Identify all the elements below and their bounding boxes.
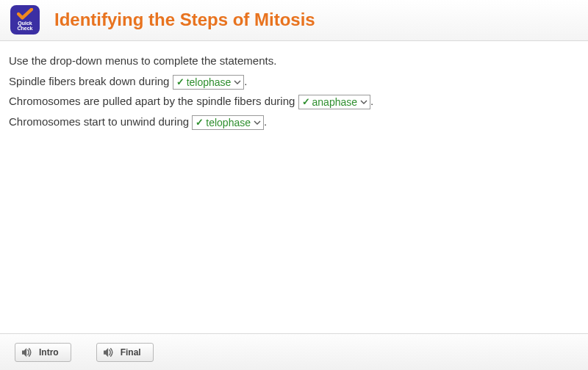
dropdown-value: anaphase — [312, 95, 358, 109]
statement-before: Chromosomes start to unwind during — [9, 115, 192, 128]
check-icon: ✓ — [196, 116, 204, 129]
dropdown-spindle-breakdown[interactable]: ✓ telophase — [173, 75, 245, 90]
statement-before: Spindle fibers break down during — [9, 75, 173, 87]
statement-row: Chromosomes start to unwind during ✓ tel… — [9, 112, 579, 131]
dropdown-value: telophase — [187, 76, 232, 89]
badge-line2: Check — [17, 26, 32, 31]
check-icon: ✓ — [302, 95, 310, 109]
dropdown-value: telophase — [206, 116, 251, 129]
quick-check-badge: Quick Check — [10, 5, 40, 35]
header: Quick Check Identifying the Steps of Mit… — [0, 0, 588, 41]
footer: Intro Final — [0, 333, 588, 370]
check-icon: ✓ — [176, 76, 184, 89]
page-title: Identifying the Steps of Mitosis — [54, 10, 315, 30]
statement-row: Spindle fibers break down during ✓ telop… — [9, 72, 579, 91]
statement-after: . — [264, 115, 267, 128]
statement-after: . — [244, 75, 247, 87]
audio-icon — [103, 347, 115, 358]
statement-before: Chromosomes are pulled apart by the spin… — [9, 95, 298, 107]
statement-row: Chromosomes are pulled apart by the spin… — [9, 92, 579, 111]
audio-icon — [21, 347, 33, 358]
badge-line1: Quick — [17, 21, 32, 26]
chevron-down-icon — [234, 79, 241, 86]
final-button[interactable]: Final — [96, 343, 154, 362]
statement-after: . — [370, 95, 373, 107]
final-button-label: Final — [121, 347, 141, 358]
dropdown-chromosomes-pulled[interactable]: ✓ anaphase — [298, 95, 371, 109]
dropdown-chromosomes-unwind[interactable]: ✓ telophase — [192, 115, 264, 130]
instructions-text: Use the drop-down menus to complete the … — [9, 51, 579, 70]
badge-text: Quick Check — [17, 21, 32, 31]
intro-button-label: Intro — [39, 347, 59, 358]
intro-button[interactable]: Intro — [15, 343, 71, 362]
content-area: Use the drop-down menus to complete the … — [0, 41, 588, 141]
chevron-down-icon — [254, 119, 261, 126]
chevron-down-icon — [360, 98, 368, 106]
checkmark-icon — [17, 8, 33, 20]
